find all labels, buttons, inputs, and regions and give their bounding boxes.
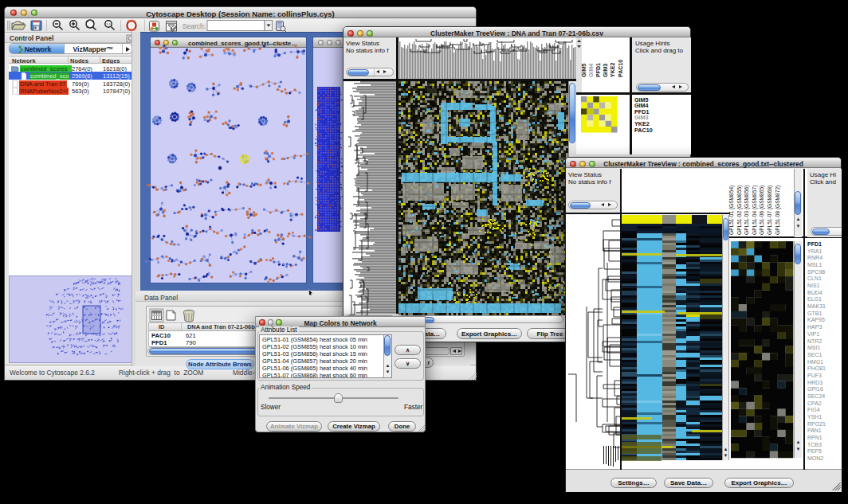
svg-text:1:1: 1:1 xyxy=(106,22,112,26)
svg-text:Search:: Search: xyxy=(183,22,206,30)
